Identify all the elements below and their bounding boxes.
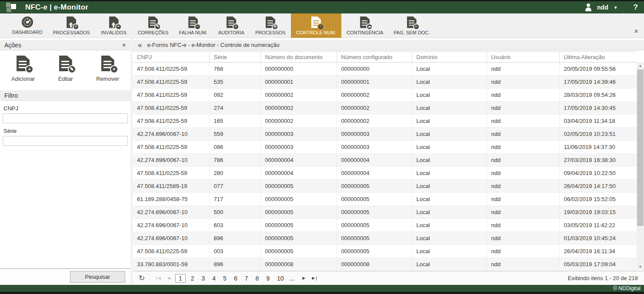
table-cell: 000000005 — [260, 219, 337, 232]
document-minus-icon: − — [188, 17, 198, 28]
table-row[interactable]: 42.274.696/0067-10896000000005000000005L… — [133, 232, 637, 245]
table-cell: Local — [412, 89, 487, 102]
table-row[interactable]: 42.274.696/0067-10559000000003000000003L… — [133, 128, 637, 141]
help-button[interactable]: ? — [634, 3, 638, 12]
action-label: Editar — [58, 76, 73, 82]
collapse-sidebar-icon[interactable]: « — [138, 41, 142, 49]
tab-dashboard[interactable]: DASHBOARD — [7, 13, 48, 38]
column-header-serie[interactable]: Série — [209, 52, 260, 63]
dashboard-gauge-icon — [22, 17, 33, 28]
column-header-numero-documento[interactable]: Número do documento — [260, 52, 337, 63]
column-header-ultima-alteracao[interactable]: Última Alteração — [559, 52, 637, 63]
table-cell: 000000005 — [337, 232, 412, 245]
user-menu[interactable]: ndd — [597, 4, 608, 11]
table-cell: 768 — [209, 63, 260, 76]
search-button[interactable]: Pesquisar — [70, 271, 125, 283]
table-row[interactable]: 47.508.411/0225-59280000000004000000004L… — [133, 167, 637, 180]
table-cell: Local — [412, 206, 487, 219]
table-row[interactable]: 47.508.411/0225-59535000000001000000001L… — [133, 76, 637, 89]
page-number[interactable]: 8 — [253, 274, 261, 283]
tab-falha-num[interactable]: − FALHA NUM. — [174, 13, 213, 38]
refresh-icon[interactable]: ↻ — [139, 274, 145, 282]
tab-pag-sem-doc[interactable]: ◐ PAG. SEM DOC. — [388, 13, 435, 38]
filter-title: Filtro — [4, 92, 18, 99]
column-header-usuario[interactable]: Usuário — [487, 52, 559, 63]
document-plus-icon: + — [17, 56, 30, 71]
edit-button[interactable]: ✎ Editar — [58, 56, 73, 89]
scroll-up-icon[interactable]: ▲ — [637, 62, 644, 69]
chevron-up-icon[interactable]: « — [121, 43, 127, 47]
table-row[interactable]: 47.508.411/0225-59768000000000000000000L… — [133, 63, 637, 76]
last-page-icon[interactable]: ►| — [310, 275, 318, 281]
tab-auditoria[interactable]: i AUDITORIA — [213, 13, 250, 38]
remove-button[interactable]: × Remover — [96, 56, 119, 89]
table-row[interactable]: 47.508.411/0225-59274000000002000000002L… — [133, 102, 637, 115]
cnpj-input[interactable] — [3, 113, 128, 123]
prev-page-icon[interactable]: ◄ — [166, 275, 172, 281]
items-status: Exibindo itens 1 - 20 de 218 — [568, 275, 638, 281]
table-cell: 000000003 — [260, 141, 337, 154]
table-cell: ndd — [487, 193, 559, 206]
scrollbar-thumb[interactable] — [637, 69, 644, 226]
page-number[interactable]: 3 — [199, 274, 207, 283]
page-number[interactable]: 6 — [232, 274, 240, 283]
tab-contingencia[interactable]: ☁ CONTINGÊNCIA — [341, 13, 388, 38]
vertical-scrollbar[interactable]: ▲ ▼ — [637, 62, 644, 271]
table-cell: 42.274.696/0067-10 — [133, 219, 209, 232]
tab-processados[interactable]: ✓ PROCESSADOS — [48, 13, 95, 38]
table-cell: 42.274.696/0067-10 — [133, 206, 209, 219]
table-cell: 11/06/2019 14:37:30 — [559, 141, 637, 154]
page-number[interactable]: 2 — [189, 274, 197, 283]
column-header-numero-configurado[interactable]: Número configurado — [337, 52, 412, 63]
table-row[interactable]: 61.189.288/0458-75717000000005000000005L… — [133, 193, 637, 206]
chevron-down-icon[interactable]: ▼ — [614, 5, 618, 10]
table-cell: 500 — [209, 206, 260, 219]
tab-invalidos[interactable]: × INVÁLIDOS — [95, 13, 133, 38]
table-cell: 47.508.411/0225-59 — [133, 115, 209, 128]
first-page-icon[interactable]: |◄ — [155, 275, 163, 281]
table-row[interactable]: 47.508.411/0225-59086000000003000000003L… — [133, 141, 637, 154]
column-header-cnpj[interactable]: CNPJ — [133, 52, 209, 63]
table-cell: 000000002 — [337, 102, 412, 115]
page-number[interactable]: 9 — [264, 274, 272, 283]
table-cell: 092 — [209, 89, 260, 102]
table-row[interactable]: 47.508.411/0225-59092000000002000000002L… — [133, 89, 637, 102]
page-number[interactable]: 5 — [221, 274, 229, 283]
table-cell: ndd — [487, 232, 559, 245]
copyright-text: © NDDigital — [613, 285, 641, 291]
table-row[interactable]: 47.508.411/0225-59003000000005000000005L… — [133, 245, 637, 258]
page-number[interactable]: 4 — [210, 274, 218, 283]
document-upload-x-icon: × — [109, 17, 119, 28]
page-number[interactable]: 7 — [243, 274, 250, 283]
next-page-icon[interactable]: ► — [300, 275, 307, 281]
tab-controle-num[interactable]: ! CONTROLE NUM. — [291, 13, 341, 38]
table-row[interactable]: 47.508.411/0225-59165000000002000000002L… — [133, 115, 637, 128]
table-cell: Local — [412, 115, 487, 128]
add-button[interactable]: + Adicionar — [11, 56, 35, 89]
user-icon — [584, 3, 593, 11]
pager-bar: ↻ |◄ ◄ 12345678910 ... ► ►| Exibindo ite… — [133, 271, 644, 285]
table-row[interactable]: 42.274.696/0067-10786000000004000000004L… — [133, 154, 637, 167]
scroll-down-icon[interactable]: ▼ — [637, 263, 644, 271]
tab-processos[interactable]: ⚙ PROCESSOS — [250, 13, 291, 38]
table-row[interactable]: 42.274.696/0067-10603000000005000000005L… — [133, 219, 637, 232]
table-cell: Local — [412, 219, 487, 232]
tab-label: CONTINGÊNCIA — [347, 30, 383, 35]
page-number[interactable]: 1 — [175, 274, 186, 283]
toolbar-collapse-button[interactable]: « — [635, 27, 639, 35]
tab-label: AUDITORIA — [218, 30, 244, 35]
table-row[interactable]: 47.508.411/2589-19077000000005000000005L… — [133, 180, 637, 193]
column-header-dominio[interactable]: Domínio — [412, 52, 487, 63]
table-cell: 42.274.696/0067-10 — [133, 128, 209, 141]
table-cell: 280 — [209, 167, 260, 180]
serie-input[interactable] — [3, 136, 128, 146]
tab-correcoes[interactable]: ✎ CORREÇÕES — [133, 13, 174, 38]
document-edit-icon: ✎ — [59, 56, 72, 71]
table-row[interactable]: 33.780.883/0001-59896000000008000000008L… — [133, 258, 637, 271]
page-number[interactable]: 10 — [275, 274, 286, 283]
table-cell: 896 — [209, 232, 260, 245]
table-row[interactable]: 42.274.696/0067-10500000000005000000005L… — [133, 206, 637, 219]
table-cell: ndd — [487, 258, 559, 271]
table-cell: 000000002 — [260, 89, 337, 102]
footer-bar: © NDDigital — [0, 285, 644, 292]
